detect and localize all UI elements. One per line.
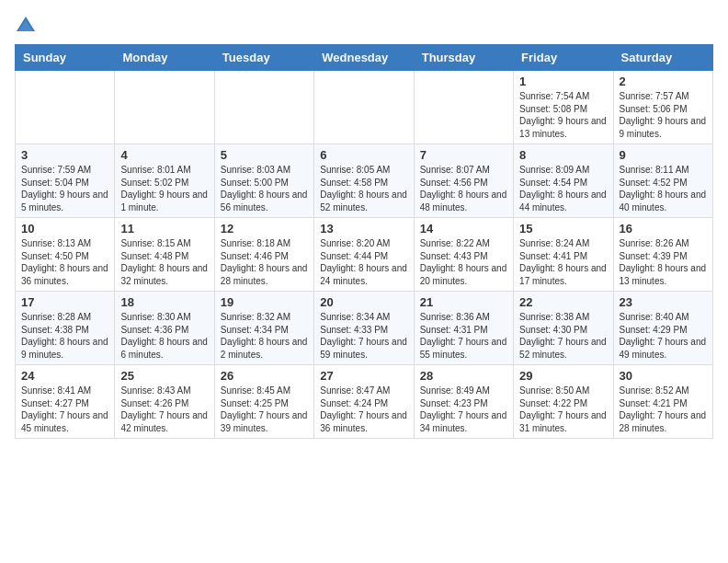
day-info: Sunrise: 8:50 AM Sunset: 4:22 PM Dayligh… bbox=[519, 385, 607, 434]
day-info: Sunrise: 8:43 AM Sunset: 4:26 PM Dayligh… bbox=[120, 385, 208, 434]
calendar-week-1: 3Sunrise: 7:59 AM Sunset: 5:04 PM Daylig… bbox=[16, 144, 713, 218]
day-number: 22 bbox=[519, 295, 607, 309]
day-number: 3 bbox=[21, 148, 108, 162]
day-number: 17 bbox=[21, 295, 108, 309]
day-info: Sunrise: 8:28 AM Sunset: 4:38 PM Dayligh… bbox=[21, 311, 108, 361]
calendar-cell: 24Sunrise: 8:41 AM Sunset: 4:27 PM Dayli… bbox=[16, 365, 115, 439]
calendar-cell: 4Sunrise: 8:01 AM Sunset: 5:02 PM Daylig… bbox=[115, 144, 214, 218]
calendar-header-row: SundayMondayTuesdayWednesdayThursdayFrid… bbox=[16, 45, 713, 71]
calendar-cell: 27Sunrise: 8:47 AM Sunset: 4:24 PM Dayli… bbox=[314, 365, 414, 439]
day-info: Sunrise: 8:20 AM Sunset: 4:44 PM Dayligh… bbox=[320, 237, 407, 287]
calendar-cell bbox=[314, 71, 414, 144]
calendar-cell: 11Sunrise: 8:15 AM Sunset: 4:48 PM Dayli… bbox=[115, 218, 214, 292]
day-number: 26 bbox=[221, 369, 308, 383]
calendar-cell: 7Sunrise: 8:07 AM Sunset: 4:56 PM Daylig… bbox=[414, 144, 513, 218]
day-number: 29 bbox=[519, 369, 607, 383]
calendar-week-0: 1Sunrise: 7:54 AM Sunset: 5:08 PM Daylig… bbox=[16, 71, 713, 144]
calendar-cell: 3Sunrise: 7:59 AM Sunset: 5:04 PM Daylig… bbox=[16, 144, 115, 218]
day-info: Sunrise: 8:40 AM Sunset: 4:29 PM Dayligh… bbox=[620, 311, 707, 361]
day-info: Sunrise: 8:32 AM Sunset: 4:34 PM Dayligh… bbox=[221, 311, 308, 361]
calendar-cell: 22Sunrise: 8:38 AM Sunset: 4:30 PM Dayli… bbox=[514, 292, 613, 365]
calendar-cell: 17Sunrise: 8:28 AM Sunset: 4:38 PM Dayli… bbox=[16, 292, 115, 365]
calendar-cell: 9Sunrise: 8:11 AM Sunset: 4:52 PM Daylig… bbox=[613, 144, 712, 218]
calendar-cell: 20Sunrise: 8:34 AM Sunset: 4:33 PM Dayli… bbox=[314, 292, 414, 365]
day-number: 2 bbox=[620, 75, 707, 88]
calendar-cell bbox=[115, 71, 214, 144]
calendar-cell: 12Sunrise: 8:18 AM Sunset: 4:46 PM Dayli… bbox=[214, 218, 313, 292]
day-number: 7 bbox=[420, 148, 507, 162]
page-header bbox=[15, 15, 713, 37]
calendar-cell: 8Sunrise: 8:09 AM Sunset: 4:54 PM Daylig… bbox=[514, 144, 613, 218]
day-info: Sunrise: 8:18 AM Sunset: 4:46 PM Dayligh… bbox=[221, 237, 308, 287]
day-info: Sunrise: 8:45 AM Sunset: 4:25 PM Dayligh… bbox=[221, 385, 308, 434]
calendar-cell: 5Sunrise: 8:03 AM Sunset: 5:00 PM Daylig… bbox=[214, 144, 313, 218]
calendar-cell: 6Sunrise: 8:05 AM Sunset: 4:58 PM Daylig… bbox=[314, 144, 414, 218]
day-number: 16 bbox=[620, 222, 707, 236]
calendar-cell: 13Sunrise: 8:20 AM Sunset: 4:44 PM Dayli… bbox=[314, 218, 414, 292]
day-info: Sunrise: 8:22 AM Sunset: 4:43 PM Dayligh… bbox=[420, 237, 507, 287]
weekday-header-monday: Monday bbox=[115, 45, 214, 71]
calendar-week-2: 10Sunrise: 8:13 AM Sunset: 4:50 PM Dayli… bbox=[16, 218, 713, 292]
day-info: Sunrise: 8:38 AM Sunset: 4:30 PM Dayligh… bbox=[519, 311, 607, 361]
day-number: 21 bbox=[420, 295, 507, 309]
day-info: Sunrise: 8:41 AM Sunset: 4:27 PM Dayligh… bbox=[21, 385, 108, 434]
day-number: 30 bbox=[620, 369, 707, 383]
calendar-cell: 23Sunrise: 8:40 AM Sunset: 4:29 PM Dayli… bbox=[613, 292, 712, 365]
day-info: Sunrise: 8:47 AM Sunset: 4:24 PM Dayligh… bbox=[320, 385, 407, 434]
weekday-header-thursday: Thursday bbox=[414, 45, 513, 71]
calendar-cell: 14Sunrise: 8:22 AM Sunset: 4:43 PM Dayli… bbox=[414, 218, 513, 292]
day-number: 14 bbox=[420, 222, 507, 236]
day-info: Sunrise: 8:01 AM Sunset: 5:02 PM Dayligh… bbox=[120, 164, 208, 213]
calendar-cell bbox=[16, 71, 115, 144]
day-number: 4 bbox=[120, 148, 208, 162]
day-info: Sunrise: 8:36 AM Sunset: 4:31 PM Dayligh… bbox=[420, 311, 507, 361]
day-number: 8 bbox=[519, 148, 607, 162]
day-info: Sunrise: 8:52 AM Sunset: 4:21 PM Dayligh… bbox=[620, 385, 707, 434]
weekday-header-tuesday: Tuesday bbox=[214, 45, 313, 71]
calendar-cell: 25Sunrise: 8:43 AM Sunset: 4:26 PM Dayli… bbox=[115, 365, 214, 439]
calendar-cell: 1Sunrise: 7:54 AM Sunset: 5:08 PM Daylig… bbox=[514, 71, 613, 144]
calendar-cell: 2Sunrise: 7:57 AM Sunset: 5:06 PM Daylig… bbox=[613, 71, 712, 144]
calendar-cell: 26Sunrise: 8:45 AM Sunset: 4:25 PM Dayli… bbox=[214, 365, 313, 439]
day-info: Sunrise: 7:59 AM Sunset: 5:04 PM Dayligh… bbox=[21, 164, 108, 213]
calendar-cell bbox=[414, 71, 513, 144]
day-info: Sunrise: 7:54 AM Sunset: 5:08 PM Dayligh… bbox=[519, 90, 607, 140]
calendar-cell: 15Sunrise: 8:24 AM Sunset: 4:41 PM Dayli… bbox=[514, 218, 613, 292]
day-number: 19 bbox=[221, 295, 308, 309]
calendar-cell: 10Sunrise: 8:13 AM Sunset: 4:50 PM Dayli… bbox=[16, 218, 115, 292]
day-number: 18 bbox=[120, 295, 208, 309]
day-info: Sunrise: 8:13 AM Sunset: 4:50 PM Dayligh… bbox=[21, 237, 108, 287]
calendar-week-3: 17Sunrise: 8:28 AM Sunset: 4:38 PM Dayli… bbox=[16, 292, 713, 365]
weekday-header-wednesday: Wednesday bbox=[314, 45, 414, 71]
day-number: 13 bbox=[320, 222, 407, 236]
day-number: 20 bbox=[320, 295, 407, 309]
day-number: 28 bbox=[420, 369, 507, 383]
day-number: 12 bbox=[221, 222, 308, 236]
day-number: 5 bbox=[221, 148, 308, 162]
day-number: 11 bbox=[120, 222, 208, 236]
day-number: 27 bbox=[320, 369, 407, 383]
calendar-cell bbox=[214, 71, 313, 144]
day-number: 9 bbox=[620, 148, 707, 162]
day-info: Sunrise: 8:15 AM Sunset: 4:48 PM Dayligh… bbox=[120, 237, 208, 287]
calendar-cell: 29Sunrise: 8:50 AM Sunset: 4:22 PM Dayli… bbox=[514, 365, 613, 439]
logo bbox=[15, 15, 40, 37]
day-info: Sunrise: 8:49 AM Sunset: 4:23 PM Dayligh… bbox=[420, 385, 507, 434]
day-info: Sunrise: 8:34 AM Sunset: 4:33 PM Dayligh… bbox=[320, 311, 407, 361]
calendar-week-4: 24Sunrise: 8:41 AM Sunset: 4:27 PM Dayli… bbox=[16, 365, 713, 439]
day-info: Sunrise: 8:03 AM Sunset: 5:00 PM Dayligh… bbox=[221, 164, 308, 213]
day-number: 23 bbox=[620, 295, 707, 309]
calendar-table: SundayMondayTuesdayWednesdayThursdayFrid… bbox=[15, 44, 713, 439]
day-info: Sunrise: 8:11 AM Sunset: 4:52 PM Dayligh… bbox=[620, 164, 707, 213]
day-number: 6 bbox=[320, 148, 407, 162]
day-info: Sunrise: 8:09 AM Sunset: 4:54 PM Dayligh… bbox=[519, 164, 607, 213]
logo-icon bbox=[15, 15, 37, 37]
day-info: Sunrise: 8:26 AM Sunset: 4:39 PM Dayligh… bbox=[620, 237, 707, 287]
weekday-header-friday: Friday bbox=[514, 45, 613, 71]
calendar-cell: 28Sunrise: 8:49 AM Sunset: 4:23 PM Dayli… bbox=[414, 365, 513, 439]
day-info: Sunrise: 8:30 AM Sunset: 4:36 PM Dayligh… bbox=[120, 311, 208, 361]
day-info: Sunrise: 8:07 AM Sunset: 4:56 PM Dayligh… bbox=[420, 164, 507, 213]
day-number: 15 bbox=[519, 222, 607, 236]
day-number: 10 bbox=[21, 222, 108, 236]
day-info: Sunrise: 8:05 AM Sunset: 4:58 PM Dayligh… bbox=[320, 164, 407, 213]
